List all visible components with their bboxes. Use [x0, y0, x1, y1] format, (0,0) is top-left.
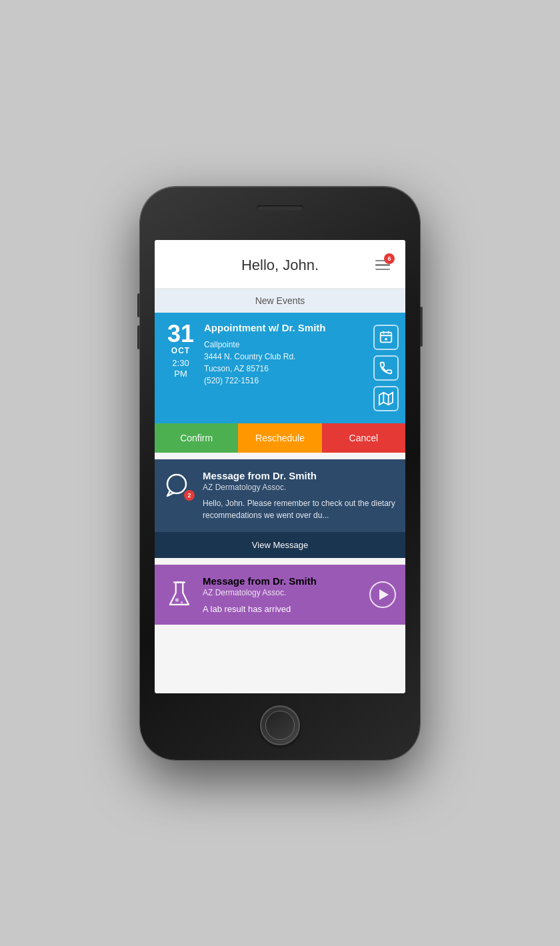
phone-shell: Hello, John. 6 New Events	[140, 187, 420, 760]
phone-mockup: Hello, John. 6 New Events	[140, 187, 420, 760]
view-message-button[interactable]: View Message	[155, 532, 405, 558]
app-content: Hello, John. 6 New Events	[155, 240, 405, 693]
message-purple-sender: Message from Dr. Smith	[203, 575, 361, 587]
play-triangle-icon	[379, 589, 389, 600]
map-icon[interactable]	[373, 386, 399, 411]
home-button-inner	[265, 711, 295, 740]
message-badge: 2	[184, 490, 195, 501]
chat-icon-wrapper: 2	[164, 470, 195, 501]
message-dark-text: Message from Dr. Smith AZ Dermatology As…	[203, 470, 396, 521]
svg-point-12	[181, 601, 183, 603]
message-purple-content: Message from Dr. Smith AZ Dermatology As…	[203, 575, 361, 614]
message-purple-org: AZ Dermatology Assoc.	[203, 588, 361, 597]
appointment-title: Appointment w/ Dr. Smith	[204, 322, 367, 333]
message-dark-preview: Hello, John. Please remember to check ou…	[203, 497, 396, 521]
appointment-address: Callpointe 3444 N. Country Club Rd. Tucs…	[204, 339, 367, 387]
page-title: Hello, John.	[189, 257, 371, 274]
message-card-dark: 2 Message from Dr. Smith AZ Dermatology …	[155, 459, 405, 558]
date-month: OCT	[164, 346, 197, 355]
home-button[interactable]	[260, 705, 300, 745]
play-button[interactable]	[369, 581, 396, 608]
appointment-action-icons	[373, 322, 399, 414]
svg-marker-6	[379, 392, 393, 404]
appointment-main: 31 OCT 2:30 PM Appointment w/ Dr. Smith	[155, 313, 405, 423]
section-header-new-events: New Events	[155, 289, 405, 313]
reschedule-button[interactable]: Reschedule	[238, 423, 321, 453]
phone-icon[interactable]	[373, 355, 399, 381]
svg-point-9	[167, 475, 186, 493]
volume-down-button	[137, 325, 140, 349]
message-dark-org: AZ Dermatology Assoc.	[203, 483, 396, 492]
phone-speaker	[257, 205, 303, 211]
appointment-date: 31 OCT 2:30 PM	[164, 322, 197, 414]
cancel-button[interactable]: Cancel	[322, 423, 405, 453]
flask-icon	[164, 579, 195, 610]
message-card-purple[interactable]: Message from Dr. Smith AZ Dermatology As…	[155, 565, 405, 625]
flask-svg	[166, 580, 193, 609]
calendar-add-icon[interactable]	[373, 325, 399, 350]
appointment-info: Appointment w/ Dr. Smith Callpointe 3444…	[204, 322, 367, 414]
appointment-card: 31 OCT 2:30 PM Appointment w/ Dr. Smith	[155, 313, 405, 453]
message-purple-body: A lab result has arrived	[203, 604, 361, 614]
power-button	[420, 307, 423, 347]
message-card-purple-main: Message from Dr. Smith AZ Dermatology As…	[155, 565, 405, 625]
message-card-dark-main: 2 Message from Dr. Smith AZ Dermatology …	[155, 459, 405, 532]
message-dark-sender: Message from Dr. Smith	[203, 470, 396, 481]
svg-rect-0	[381, 332, 392, 342]
menu-button[interactable]: 6	[371, 253, 395, 277]
action-buttons: Confirm Reschedule Cancel	[155, 423, 405, 453]
date-day: 31	[164, 322, 197, 346]
confirm-button[interactable]: Confirm	[155, 423, 238, 453]
app-header: Hello, John. 6	[155, 240, 405, 289]
appointment-time: 2:30 PM	[164, 358, 197, 381]
notification-badge: 6	[384, 253, 395, 264]
phone-screen: Hello, John. 6 New Events	[155, 240, 405, 693]
svg-point-11	[175, 598, 179, 601]
volume-up-button	[137, 293, 140, 317]
